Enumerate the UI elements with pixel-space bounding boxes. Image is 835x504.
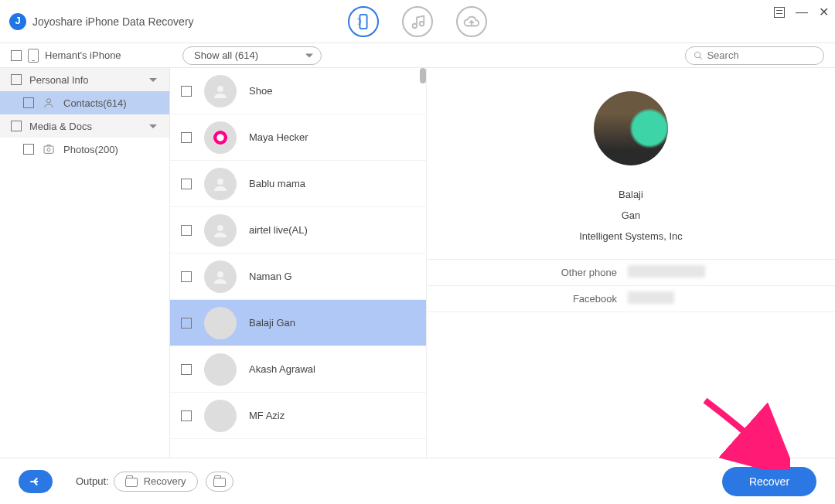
folder-icon xyxy=(125,478,138,487)
sidebar-item-photos[interactable]: Photos(200) xyxy=(0,138,169,161)
detail-table: Other phone Facebook xyxy=(427,259,835,312)
avatar xyxy=(204,121,237,154)
row-checkbox[interactable] xyxy=(181,271,192,282)
item-checkbox[interactable] xyxy=(23,144,34,155)
detail-avatar xyxy=(594,91,668,165)
chevron-down-icon xyxy=(305,53,313,57)
row-checkbox[interactable] xyxy=(181,225,192,236)
item-checkbox[interactable] xyxy=(23,97,34,108)
detail-key: Other phone xyxy=(427,267,628,278)
main-area: Personal Info Contacts(614) Media & Docs… xyxy=(0,68,835,458)
detail-value xyxy=(628,265,835,280)
mode-device-icon[interactable] xyxy=(348,6,379,37)
device-name: Hemant's iPhone xyxy=(45,49,121,61)
avatar xyxy=(204,353,237,386)
row-checkbox[interactable] xyxy=(181,364,192,375)
sidebar-category-personal[interactable]: Personal Info xyxy=(0,68,169,91)
contact-name: airtel live(AL) xyxy=(249,224,308,236)
sidebar-label: Personal Info xyxy=(29,74,89,86)
avatar xyxy=(204,75,237,107)
detail-row: Other phone xyxy=(427,260,835,286)
detail-last-name: Gan xyxy=(622,209,641,221)
output-path-text: Recovery xyxy=(144,475,186,487)
contact-name: Naman G xyxy=(249,271,292,282)
sidebar-item-contacts[interactable]: Contacts(614) xyxy=(0,91,169,114)
window-controls: — ✕ xyxy=(774,5,829,19)
menu-icon[interactable] xyxy=(774,7,785,18)
detail-key: Facebook xyxy=(427,293,628,305)
output-label: Output: xyxy=(76,475,109,487)
sidebar-label: Contacts(614) xyxy=(63,97,127,109)
folder-icon xyxy=(213,478,226,487)
mode-itunes-icon[interactable] xyxy=(402,6,433,37)
svg-point-8 xyxy=(217,179,223,185)
recover-button[interactable]: Recover xyxy=(722,467,816,496)
row-checkbox[interactable] xyxy=(181,410,192,421)
svg-rect-5 xyxy=(44,146,53,153)
detail-panel: Balaji Gan Intelligent Systems, Inc Othe… xyxy=(427,68,835,458)
sidebar-category-media[interactable]: Media & Docs xyxy=(0,114,169,138)
contact-name: Maya Hecker xyxy=(249,131,308,143)
sidebar: Personal Info Contacts(614) Media & Docs… xyxy=(0,68,170,458)
back-button[interactable] xyxy=(19,470,53,493)
row-checkbox[interactable] xyxy=(181,86,192,97)
search-input[interactable] xyxy=(707,49,816,61)
bottom-bar: Output: Recovery Recover xyxy=(0,458,835,504)
svg-point-3 xyxy=(695,52,700,57)
avatar xyxy=(204,214,237,247)
row-checkbox[interactable] xyxy=(181,318,192,329)
svg-point-7 xyxy=(217,86,223,92)
sidebar-label: Media & Docs xyxy=(29,121,92,132)
svg-point-10 xyxy=(217,271,223,278)
app-logo: J xyxy=(9,13,26,30)
search-icon xyxy=(694,50,703,61)
contact-row[interactable]: Shoe xyxy=(170,68,426,114)
contact-name: Shoe xyxy=(249,85,272,97)
contact-name: Balaji Gan xyxy=(249,317,295,329)
category-checkbox[interactable] xyxy=(11,74,22,85)
titlebar: J Joyoshare iPhone Data Recovery — ✕ xyxy=(0,0,835,43)
minimize-icon[interactable]: — xyxy=(796,5,808,19)
filter-dropdown[interactable]: Show all (614) xyxy=(182,46,322,65)
search-box[interactable] xyxy=(685,46,824,65)
scrollbar[interactable] xyxy=(420,68,426,83)
contact-row[interactable]: Akash Agrawal xyxy=(170,346,426,393)
contact-row[interactable]: Naman G xyxy=(170,254,426,300)
svg-point-4 xyxy=(46,99,50,103)
contact-name: Bablu mama xyxy=(249,178,305,189)
sidebar-label: Photos(200) xyxy=(63,144,118,155)
category-checkbox[interactable] xyxy=(11,121,22,131)
contact-name: MF Aziz xyxy=(249,410,285,421)
contact-list[interactable]: Shoe Maya Hecker Bablu mama airtel live(… xyxy=(170,68,427,458)
mode-switcher xyxy=(348,6,487,37)
avatar xyxy=(204,261,237,293)
avatar xyxy=(204,168,237,200)
detail-row: Facebook xyxy=(427,286,835,312)
recover-label: Recover xyxy=(749,475,789,488)
contact-row[interactable]: airtel live(AL) xyxy=(170,207,426,254)
photos-icon xyxy=(42,143,56,155)
close-icon[interactable]: ✕ xyxy=(819,5,829,19)
avatar xyxy=(204,400,237,432)
filter-label: Show all (614) xyxy=(194,49,258,61)
contact-row[interactable]: Bablu mama xyxy=(170,161,426,207)
row-checkbox[interactable] xyxy=(181,179,192,189)
chevron-down-icon xyxy=(149,124,157,128)
output-path[interactable]: Recovery xyxy=(114,472,198,492)
svg-point-9 xyxy=(217,225,223,231)
mode-icloud-icon[interactable] xyxy=(456,6,487,37)
toolbar: Hemant's iPhone Show all (614) xyxy=(0,43,835,68)
contact-row[interactable]: Balaji Gan xyxy=(170,300,426,346)
phone-icon xyxy=(28,49,39,63)
contact-row[interactable]: MF Aziz xyxy=(170,393,426,439)
detail-company: Intelligent Systems, Inc xyxy=(579,230,683,242)
avatar xyxy=(204,307,237,339)
chevron-down-icon xyxy=(149,78,157,82)
select-all-device-checkbox[interactable] xyxy=(11,50,22,61)
detail-first-name: Balaji xyxy=(619,189,643,200)
contact-row[interactable]: Maya Hecker xyxy=(170,114,426,161)
browse-folder-button[interactable] xyxy=(206,472,233,492)
app-title: Joyoshare iPhone Data Recovery xyxy=(32,15,194,28)
row-checkbox[interactable] xyxy=(181,132,192,143)
detail-value xyxy=(628,291,835,306)
